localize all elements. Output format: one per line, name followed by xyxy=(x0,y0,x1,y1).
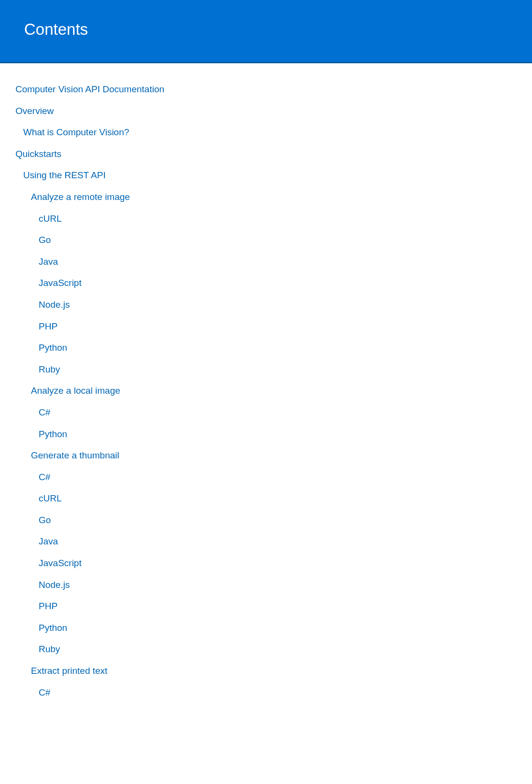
toc-link[interactable]: cURL xyxy=(15,208,517,230)
toc-link[interactable]: JavaScript xyxy=(15,272,517,294)
toc-link[interactable]: JavaScript xyxy=(15,553,517,574)
page-title: Contents xyxy=(24,20,508,39)
toc-link[interactable]: Python xyxy=(15,424,517,445)
toc-link[interactable]: Analyze a local image xyxy=(15,380,517,402)
toc-link[interactable]: Go xyxy=(15,229,517,251)
toc-link[interactable]: Computer Vision API Documentation xyxy=(15,79,517,100)
toc-link[interactable]: Ruby xyxy=(15,639,517,660)
toc-link[interactable]: Extract printed text xyxy=(15,660,517,682)
toc-link[interactable]: C# xyxy=(15,467,517,488)
toc-link[interactable]: Python xyxy=(15,337,517,359)
toc-link[interactable]: Python xyxy=(15,617,517,639)
toc-link[interactable]: C# xyxy=(15,682,517,704)
header: Contents xyxy=(0,0,532,63)
toc-link[interactable]: Go xyxy=(15,510,517,531)
toc-link[interactable]: Quickstarts xyxy=(15,143,517,165)
toc-link[interactable]: Ruby xyxy=(15,359,517,381)
toc-link[interactable]: Analyze a remote image xyxy=(15,186,517,208)
toc-link[interactable]: PHP xyxy=(15,316,517,338)
toc-link[interactable]: Java xyxy=(15,251,517,273)
toc-nav: Computer Vision API Documentation Overvi… xyxy=(0,63,532,713)
toc-link[interactable]: Overview xyxy=(15,100,517,122)
toc-link[interactable]: cURL xyxy=(15,488,517,510)
toc-link[interactable]: C# xyxy=(15,402,517,424)
toc-link[interactable]: PHP xyxy=(15,596,517,617)
toc-link[interactable]: Node.js xyxy=(15,294,517,316)
toc-link[interactable]: Using the REST API xyxy=(15,165,517,186)
toc-link[interactable]: Node.js xyxy=(15,574,517,596)
toc-link[interactable]: Generate a thumbnail xyxy=(15,445,517,467)
toc-link[interactable]: Java xyxy=(15,531,517,553)
toc-link[interactable]: What is Computer Vision? xyxy=(15,122,517,143)
